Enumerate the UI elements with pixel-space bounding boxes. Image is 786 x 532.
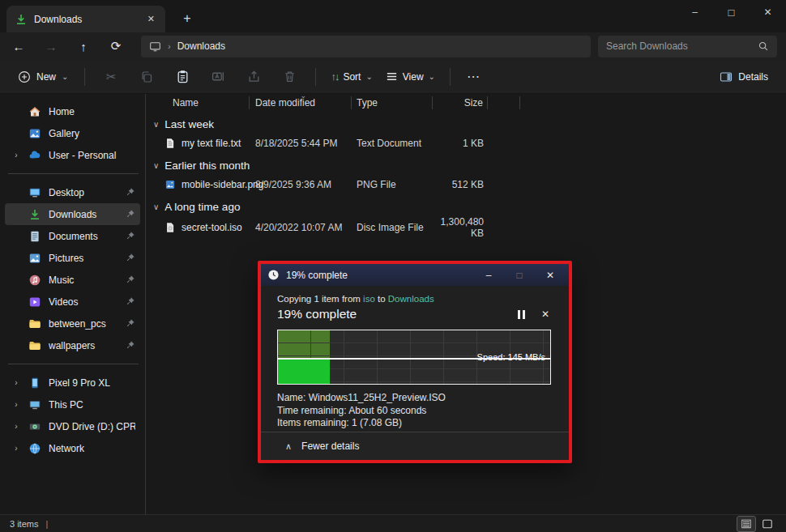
group-header-earlier-this-month[interactable]: ∨ Earlier this month: [147, 155, 786, 175]
view-button[interactable]: View ⌄: [379, 66, 442, 87]
details-view-toggle[interactable]: [737, 517, 755, 531]
pin-icon: [125, 209, 135, 219]
column-header-date-modified[interactable]: Date modified ⌄: [250, 96, 352, 109]
file-row[interactable]: mobile-sidebar.png 8/9/2025 9:36 AM PNG …: [147, 175, 786, 194]
address-bar[interactable]: › Downloads: [141, 36, 591, 57]
window-close-button[interactable]: ✕: [750, 0, 786, 24]
file-type: Text Document: [352, 138, 433, 149]
rename-icon: [211, 70, 225, 83]
pin-icon: [125, 187, 135, 198]
copy-description: Copying 1 item from iso to Downloads: [261, 294, 569, 304]
expand-chevron-icon[interactable]: ›: [11, 422, 21, 431]
group-header-last-week[interactable]: ∨ Last week: [147, 114, 786, 134]
sidebar-item-network[interactable]: › Network: [5, 437, 140, 459]
sidebar-item-desktop[interactable]: Desktop: [5, 181, 140, 203]
dialog-close-button[interactable]: ✕: [538, 264, 562, 286]
file-row[interactable]: my text file.txt 8/18/2025 5:44 PM Text …: [147, 134, 786, 152]
forward-button[interactable]: →: [37, 35, 65, 57]
column-header-spacer: [488, 96, 520, 109]
rename-button[interactable]: [204, 65, 232, 89]
view-button-label: View: [403, 71, 424, 83]
copy-icon: [140, 70, 153, 83]
sidebar-item-music[interactable]: Music: [5, 269, 140, 291]
window-maximize-button[interactable]: □: [713, 0, 750, 24]
sidebar-item-label: between_pcs: [49, 318, 117, 330]
window-minimize-button[interactable]: –: [677, 0, 713, 24]
sidebar-item-dvd-drive[interactable]: › DVD Drive (D:) CPRA_X64FRE_: [5, 415, 140, 437]
sidebar-item-this-pc[interactable]: › This PC: [5, 394, 140, 415]
search-input[interactable]: [606, 40, 758, 52]
sidebar-item-videos[interactable]: Videos: [5, 291, 140, 313]
sort-button[interactable]: ↑↓ Sort ⌄: [324, 66, 378, 87]
group-header-a-long-time-ago[interactable]: ∨ A long time ago: [147, 197, 786, 216]
group-chevron-icon[interactable]: ∨: [153, 202, 159, 211]
trash-icon: [283, 70, 297, 83]
file-date: 4/20/2022 10:07 AM: [250, 222, 352, 233]
sidebar-item-between-pcs[interactable]: between_pcs: [5, 313, 140, 334]
back-button[interactable]: ←: [5, 35, 32, 57]
search-box[interactable]: [598, 36, 777, 57]
image-file-icon: [164, 179, 176, 190]
cancel-copy-button[interactable]: ✕: [533, 305, 557, 323]
sidebar-divider: [8, 173, 139, 174]
sidebar-item-gallery[interactable]: Gallery: [5, 122, 140, 144]
expand-chevron-icon[interactable]: ›: [11, 378, 21, 387]
thumbnail-view-toggle[interactable]: [758, 517, 776, 531]
delete-button[interactable]: [276, 65, 303, 89]
videos-icon: [28, 296, 41, 309]
desktop-icon: [28, 186, 41, 199]
status-bar: 3 items |: [0, 514, 786, 532]
dialog-maximize-button[interactable]: □: [507, 264, 532, 286]
sidebar-item-label: User - Personal: [49, 150, 135, 161]
group-chevron-icon[interactable]: ∨: [153, 161, 159, 170]
group-label: Earlier this month: [164, 160, 250, 172]
sidebar-item-pictures[interactable]: Pictures: [5, 247, 140, 269]
destination-folder-link[interactable]: Downloads: [388, 294, 434, 304]
breadcrumb-location[interactable]: Downloads: [177, 40, 225, 52]
speed-label: Speed: 145 MB/s: [477, 352, 545, 362]
dialog-minimize-button[interactable]: –: [476, 264, 501, 286]
window-controls: – □ ✕: [677, 0, 786, 24]
tab-downloads[interactable]: Downloads ✕: [6, 6, 165, 32]
group-chevron-icon[interactable]: ∨: [153, 120, 159, 129]
cut-button[interactable]: ✂: [97, 65, 125, 89]
up-button[interactable]: ↑: [70, 35, 97, 57]
expand-chevron-icon[interactable]: ›: [11, 400, 21, 409]
sidebar-item-pixel-9-pro-xl[interactable]: › Pixel 9 Pro XL: [5, 372, 140, 394]
copy-progress-dialog: 19% complete – □ ✕ Copying 1 item from i…: [258, 261, 572, 463]
tab-close-icon[interactable]: ✕: [145, 14, 157, 24]
sidebar-item-label: Gallery: [49, 128, 135, 139]
new-button[interactable]: New ⌄: [10, 66, 76, 88]
pictures-icon: [28, 252, 41, 265]
sidebar-item-user-personal[interactable]: › User - Personal: [5, 144, 140, 166]
source-folder-link[interactable]: iso: [363, 294, 375, 304]
details-pane-button[interactable]: Details: [711, 66, 776, 88]
column-header-name[interactable]: Name: [147, 96, 250, 109]
more-options-button[interactable]: ⋯: [459, 66, 489, 87]
folder-icon: [28, 339, 41, 352]
paste-button[interactable]: [169, 65, 196, 89]
column-header-type[interactable]: Type: [352, 96, 433, 109]
refresh-button[interactable]: ⟳: [102, 35, 130, 57]
fewer-details-toggle[interactable]: ∧ Fewer details: [261, 432, 569, 460]
sidebar-item-wallpapers[interactable]: wallpapers: [5, 334, 140, 356]
share-icon: [247, 70, 261, 83]
detail-name-value: Windows11_25H2_Preview.ISO: [309, 392, 446, 403]
file-row[interactable]: secret-tool.iso 4/20/2022 10:07 AM Disc …: [147, 216, 786, 235]
expand-chevron-icon[interactable]: ›: [11, 151, 21, 160]
sidebar-item-downloads[interactable]: Downloads: [5, 203, 140, 225]
new-tab-button[interactable]: +: [177, 8, 198, 29]
documents-icon: [28, 230, 41, 243]
copy-button[interactable]: [133, 65, 160, 89]
sidebar-item-documents[interactable]: Documents: [5, 225, 140, 247]
pause-button[interactable]: [509, 305, 533, 323]
onedrive-icon: [28, 149, 41, 162]
share-button[interactable]: [240, 65, 267, 89]
progress-bar-track: [278, 360, 550, 384]
expand-chevron-icon[interactable]: ›: [11, 444, 21, 453]
dialog-title-bar[interactable]: 19% complete – □ ✕: [261, 264, 569, 286]
sort-button-label: Sort: [343, 71, 361, 83]
sidebar-item-label: Videos: [49, 296, 117, 308]
sidebar-item-home[interactable]: Home: [5, 100, 140, 122]
column-header-size[interactable]: Size: [433, 96, 488, 109]
